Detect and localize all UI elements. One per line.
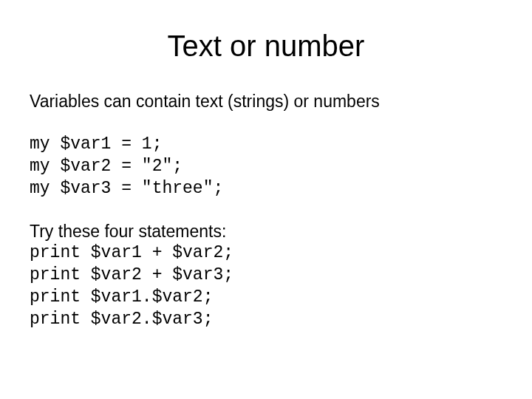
code-block-statements: print $var1 + $var2; print $var2 + $var3… — [30, 242, 502, 331]
slide-title: Text or number — [30, 30, 502, 63]
try-statements-label: Try these four statements: — [30, 221, 502, 243]
intro-text: Variables can contain text (strings) or … — [30, 91, 502, 113]
code-block-declarations: my $var1 = 1; my $var2 = "2"; my $var3 =… — [30, 134, 502, 200]
